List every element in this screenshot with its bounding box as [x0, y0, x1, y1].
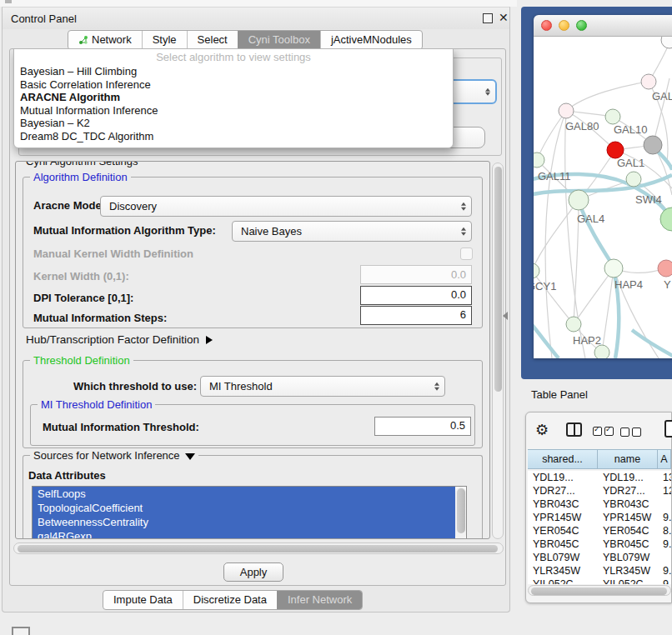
column-header-shared-[interactable]: shared...: [528, 449, 598, 469]
tab-jactivemnodules[interactable]: jActiveMNodules: [320, 31, 422, 49]
table-row[interactable]: YPR145WYPR145W9.: [528, 511, 671, 524]
tab-style[interactable]: Style: [142, 31, 187, 49]
table-cell: YDR27...: [528, 484, 598, 498]
sources-group: Sources for Network Inference Data Attri…: [23, 455, 483, 539]
gear-icon[interactable]: ⚙: [535, 421, 549, 439]
table-row[interactable]: YDL19...YDL19...13: [528, 471, 671, 484]
zoom-window-icon[interactable]: [576, 20, 587, 31]
collapse-arrow-icon: [185, 453, 195, 460]
network-edge: [534, 322, 559, 358]
combo-arrows-icon: [434, 381, 439, 392]
cyni-algorithm-settings-group: Cyni Algorithm Settings Algorithm Defini…: [15, 161, 490, 539]
tab-label: Select: [198, 31, 228, 49]
settings-vertical-scrollbar[interactable]: [492, 162, 504, 539]
minimize-window-icon[interactable]: [559, 20, 569, 31]
mi-threshold-field[interactable]: 0.5: [374, 417, 471, 436]
deselect-all-checkboxes-icon[interactable]: [620, 427, 644, 439]
which-threshold-combo[interactable]: MI Threshold: [200, 376, 445, 397]
sources-title-wrap[interactable]: Sources for Network Inference: [30, 449, 198, 462]
network-canvas[interactable]: GALGAL80GAL10GAL1GAL11SWI4GAL4GCY1HAP4YH…: [534, 37, 672, 358]
network-node[interactable]: [605, 109, 620, 124]
network-node[interactable]: [604, 259, 623, 278]
attr-list-scrollbar[interactable]: [455, 487, 466, 539]
network-node[interactable]: [626, 172, 641, 187]
data-attributes-list[interactable]: SelfLoopsTopologicalCoefficientBetweenne…: [32, 486, 467, 539]
network-node[interactable]: [559, 103, 574, 118]
network-node[interactable]: [658, 260, 672, 277]
data-attribute-item[interactable]: TopologicalCoefficient: [33, 501, 455, 515]
dropdown-item[interactable]: Dream8 DC_TDC Algorithm: [14, 130, 453, 143]
which-threshold-value: MI Threshold: [209, 377, 273, 396]
mi-steps-field[interactable]: 6: [360, 306, 472, 325]
network-node[interactable]: [566, 317, 581, 332]
tab-label: jActiveMNodules: [331, 31, 412, 49]
divider-grip[interactable]: [503, 312, 508, 320]
network-edge: [537, 111, 566, 160]
tab-discretize-data[interactable]: Discretize Data: [183, 591, 277, 609]
which-threshold-label: Which threshold to use:: [73, 380, 197, 392]
table-row[interactable]: YBR045CYBR045C9.: [528, 538, 671, 551]
network-node[interactable]: [644, 136, 662, 154]
select-all-checkboxes-icon[interactable]: [593, 426, 616, 438]
table-cell: YDL19...: [598, 471, 658, 484]
mi-type-label: Mutual Information Algorithm Type:: [33, 224, 216, 237]
network-node[interactable]: [607, 142, 624, 158]
network-node[interactable]: [660, 208, 672, 231]
data-attribute-item[interactable]: BetweennessCentrality: [33, 515, 455, 529]
tab-select[interactable]: Select: [187, 31, 238, 49]
table-row[interactable]: YBR043CYBR043C: [528, 498, 671, 511]
split-panes-icon[interactable]: [566, 422, 582, 437]
table-cell: YBL079W: [528, 551, 598, 564]
table-row[interactable]: YBL079WYBL079W: [528, 551, 671, 564]
network-graph: GALGAL80GAL10GAL1GAL11SWI4GAL4GCY1HAP4YH…: [534, 37, 672, 358]
dpi-tolerance-field[interactable]: 0.0: [360, 286, 472, 305]
tab-network[interactable]: Network: [68, 31, 142, 49]
tab-infer-network[interactable]: Infer Network: [277, 591, 362, 609]
dropdown-item[interactable]: Basic Correlation Inference: [14, 78, 453, 92]
float-panel-icon[interactable]: [483, 13, 493, 23]
cyni-algorithm-settings-title: Cyni Algorithm Settings: [23, 161, 141, 168]
node-label: HAP4: [614, 278, 643, 291]
column-header-a[interactable]: A: [658, 449, 671, 469]
expander-arrow-icon: [206, 336, 213, 344]
close-panel-icon[interactable]: ✕: [499, 11, 509, 24]
network-node[interactable]: [641, 74, 656, 89]
table-cell: 12: [658, 484, 671, 498]
node-label: GCY1: [534, 280, 556, 292]
settings-horizontal-scrollbar[interactable]: [13, 542, 504, 554]
network-node[interactable]: [534, 152, 544, 168]
aracne-mode-combo[interactable]: Discovery: [100, 196, 472, 217]
apply-button[interactable]: Apply: [223, 562, 283, 582]
table-row[interactable]: YLR345WYLR345W9.: [528, 564, 671, 578]
dropdown-item[interactable]: ARACNE Algorithm: [14, 91, 453, 104]
mi-type-combo[interactable]: Naive Bayes: [232, 221, 472, 242]
close-window-icon[interactable]: [541, 20, 552, 31]
kernel-width-field[interactable]: 0.0: [360, 265, 472, 284]
network-window-titlebar[interactable]: [534, 15, 672, 37]
network-node[interactable]: [594, 345, 609, 358]
dropdown-item[interactable]: Bayesian – Hill Climbing: [14, 65, 453, 78]
table-cell: YLR345W: [528, 564, 598, 578]
network-node[interactable]: [534, 263, 539, 278]
data-attribute-item[interactable]: SelfLoops: [33, 487, 455, 501]
network-node[interactable]: [569, 190, 589, 210]
column-header-name[interactable]: name: [598, 449, 658, 469]
control-panel-tabs: NetworkStyleSelectCyni ToolboxjActiveMNo…: [68, 30, 423, 50]
dropdown-item[interactable]: Bayesian – K2: [14, 117, 453, 130]
manual-kernel-checkbox[interactable]: [460, 248, 473, 260]
tab-cyni-toolbox[interactable]: Cyni Toolbox: [238, 31, 320, 49]
table-horizontal-scrollbar[interactable]: [528, 585, 671, 596]
data-attribute-item[interactable]: gal4RGexp: [33, 529, 455, 539]
control-panel-bottom-tabs: Impute DataDiscretize DataInfer Network: [103, 590, 363, 610]
tab-impute-data[interactable]: Impute Data: [103, 591, 183, 609]
new-table-icon[interactable]: [664, 420, 672, 438]
table-row[interactable]: YIL052CYIL052C9.: [528, 578, 671, 584]
network-edge: [602, 268, 614, 352]
network-node[interactable]: [661, 37, 672, 48]
table-row[interactable]: YDR27...YDR27...12: [528, 484, 671, 498]
table-row[interactable]: YER054CYER054C8.: [528, 524, 671, 538]
node-label: HAP2: [573, 334, 601, 347]
minimized-panel-icon[interactable]: [12, 627, 30, 635]
hub-definition-expander[interactable]: Hub/Transcription Factor Definition: [26, 333, 213, 346]
dropdown-item[interactable]: Mutual Information Inference: [14, 104, 453, 118]
